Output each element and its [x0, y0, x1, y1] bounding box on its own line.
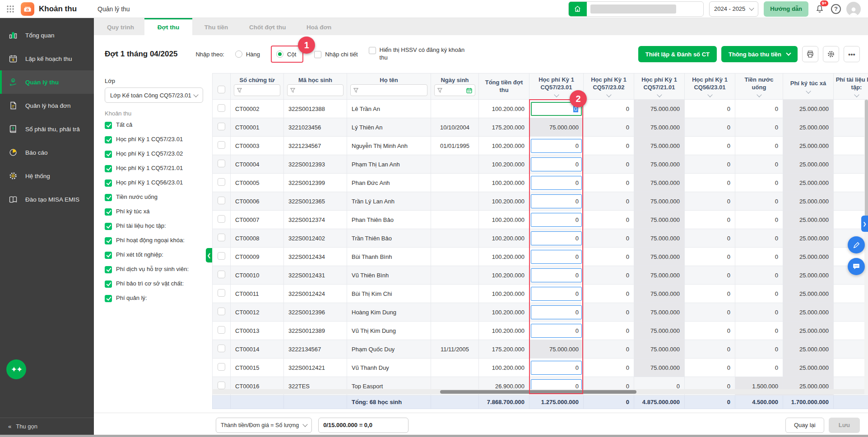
sidebar-item-so-phai-thu-phai-tra[interactable]: $Sổ phải thu, phải trả: [0, 117, 94, 141]
filter-so-chung-tu[interactable]: [234, 84, 280, 96]
filter-ngay-sinh[interactable]: [434, 84, 475, 96]
sidebar-item-lap-ke-hoach-thu[interactable]: $Lập kế hoạch thu: [0, 47, 94, 70]
more-options-button[interactable]: •••: [844, 46, 860, 62]
row-checkbox[interactable]: [218, 123, 225, 130]
header-tien-nuoc[interactable]: Tiền nước uống: [735, 74, 783, 100]
hoc-phi-1-input[interactable]: 0: [531, 139, 582, 153]
fee-filter-checkbox-10[interactable]: Phí dịch vụ hỗ trợ sinh viên:: [105, 262, 203, 276]
row-checkbox[interactable]: [218, 308, 225, 315]
sidebar-item-tong-quan[interactable]: Tổng quan: [0, 23, 94, 47]
header-hoc-phi-4[interactable]: Học phí Kỳ 1 CQ56/23.01: [685, 74, 735, 100]
hoc-phi-1-input[interactable]: 0: [531, 268, 582, 282]
side-panel-expand-handle[interactable]: ❯: [861, 216, 868, 232]
row-checkbox[interactable]: [218, 382, 225, 389]
header-ky-tuc-xa[interactable]: Phí ký túc xá: [783, 74, 834, 100]
whats-new-button[interactable]: ✦✦: [6, 359, 26, 379]
cell-ngay-sinh: [431, 174, 479, 192]
hoc-phi-1-input[interactable]: 0: [531, 213, 582, 227]
row-checkbox[interactable]: [218, 234, 225, 241]
row-checkbox[interactable]: [218, 271, 225, 278]
filter-ho-ten[interactable]: [350, 84, 427, 96]
user-avatar[interactable]: [846, 2, 861, 16]
fee-filter-checkbox-5[interactable]: Tiền nước uống: [105, 190, 203, 204]
formula-mode-select[interactable]: Thành tiền/Đơn giá = Số lượng: [216, 418, 312, 433]
top-menu-quan-ly-thu[interactable]: Quản lý thu: [97, 5, 130, 13]
sidebar-item-he-thong[interactable]: Hệ thống: [0, 164, 94, 188]
hoc-phi-1-input[interactable]: 0: [531, 176, 582, 190]
header-tai-lieu[interactable]: Phí tài liệu học tập:: [834, 74, 868, 100]
vertical-scrollbar-thumb[interactable]: [865, 100, 868, 218]
fee-filter-checkbox-12[interactable]: Phí quản lý:: [105, 291, 203, 305]
help-icon[interactable]: ?: [831, 4, 841, 14]
select-all-checkbox[interactable]: [218, 86, 225, 93]
fee-filter-checkbox-7[interactable]: Phí tài liệu học tập:: [105, 219, 203, 233]
radio-row[interactable]: Hàng: [235, 51, 260, 58]
fee-filter-checkbox-11[interactable]: Phí bảo trì cơ sở vật chất:: [105, 276, 203, 291]
cell-ma-hoc-sinh: 3221023456: [284, 118, 347, 137]
print-button[interactable]: [802, 46, 818, 62]
row-checkbox[interactable]: [218, 215, 225, 223]
row-checkbox[interactable]: [218, 326, 225, 334]
hoc-phi-1-input[interactable]: 0: [531, 250, 582, 264]
formula-value-field[interactable]: 0/15.000.000 = 0,0: [318, 418, 408, 433]
tab-quy-trinh[interactable]: Quy trình: [97, 18, 144, 35]
fee-filter-checkbox-0[interactable]: Tất cả: [105, 118, 203, 132]
horizontal-scrollbar-thumb[interactable]: [440, 390, 636, 394]
class-select[interactable]: Lớp Kế toán Công CQ57/23.01: [105, 87, 203, 103]
payment-notice-button[interactable]: Thông báo thu tiền: [721, 46, 798, 62]
hoc-phi-1-input[interactable]: 0: [531, 194, 582, 208]
school-year-select[interactable]: 2024 - 2025: [709, 1, 758, 17]
fee-filter-checkbox-9[interactable]: Phí xét tốt nghiệp:: [105, 248, 203, 262]
tab-hoa-don[interactable]: Hoá đơn: [295, 18, 343, 35]
filter-collapse-handle[interactable]: ❮: [206, 248, 212, 262]
hoc-phi-1-input[interactable]: 0: [531, 157, 582, 171]
fee-filter-checkbox-8[interactable]: Phí hoạt động ngoại khóa:: [105, 233, 203, 248]
checkbox-detail[interactable]: Nhập chi tiết: [314, 51, 357, 58]
hoc-phi-1-input[interactable]: 0: [531, 324, 582, 338]
row-checkbox[interactable]: [218, 289, 225, 297]
save-button[interactable]: Lưu: [829, 418, 860, 433]
header-hoc-phi-3[interactable]: Học phí Kỳ 1 CQ57/21.01: [634, 74, 685, 100]
back-button[interactable]: Quay lại: [785, 418, 824, 433]
row-checkbox[interactable]: [218, 363, 225, 371]
setup-numbering-button[interactable]: Thiết lập & Đánh số CT: [638, 46, 717, 62]
hoc-phi-1-input[interactable]: 0: [531, 231, 582, 245]
fee-filter-checkbox-2[interactable]: Học phí Kỳ 1 CQ57/23.02: [105, 147, 203, 161]
sidebar-item-bao-cao[interactable]: Báo cáo: [0, 141, 94, 164]
hoc-phi-1-input[interactable]: 0: [531, 361, 582, 375]
school-name-field[interactable]: [587, 2, 703, 16]
hoc-phi-1-input[interactable]: 0: [531, 287, 582, 301]
guide-button[interactable]: Hướng dẫn: [764, 1, 808, 17]
tab-chot-dot-thu[interactable]: Chốt đợt thu: [240, 18, 295, 35]
header-hoc-phi-2[interactable]: Học phí Kỳ 1 CQ57/23.02: [584, 74, 634, 100]
fee-filter-checkbox-1[interactable]: Học phí Kỳ 1 CQ57/23.01: [105, 132, 203, 147]
row-checkbox[interactable]: [218, 197, 225, 204]
row-checkbox[interactable]: [218, 141, 225, 149]
sidebar-collapse-button[interactable]: « Thu gọn: [0, 418, 94, 435]
home-button[interactable]: [569, 2, 587, 16]
row-checkbox[interactable]: [218, 345, 225, 352]
sidebar-item-quan-ly-hoa-don[interactable]: Quản lý hóa đơn: [0, 94, 94, 117]
chat-support-button[interactable]: [848, 258, 865, 275]
notifications-bell-icon[interactable]: 9+: [814, 3, 826, 15]
checkbox-registered-only[interactable]: Hiển thị HSSV có đăng ký khoản thu: [369, 46, 467, 62]
row-checkbox[interactable]: [218, 160, 225, 167]
radio-column[interactable]: Cột: [276, 51, 296, 58]
feedback-button[interactable]: [848, 236, 865, 253]
sidebar-item-label: Hệ thống: [25, 173, 50, 179]
sidebar-item-quan-ly-thu[interactable]: $Quản lý thu: [0, 70, 94, 94]
filter-ma-hoc-sinh[interactable]: [287, 84, 343, 96]
checkbox-icon: [314, 51, 321, 58]
fee-filter-checkbox-6[interactable]: Phí ký túc xá: [105, 204, 203, 219]
app-grid-menu-icon[interactable]: [5, 4, 15, 14]
row-checkbox[interactable]: [218, 104, 225, 112]
hoc-phi-1-input[interactable]: 0: [531, 305, 582, 319]
fee-filter-checkbox-3[interactable]: Học phí Kỳ 1 CQ57/21.01: [105, 161, 203, 175]
row-checkbox[interactable]: [218, 252, 225, 260]
fee-filter-checkbox-4[interactable]: Học phí Kỳ 1 CQ56/23.01: [105, 175, 203, 190]
tab-thu-tien[interactable]: Thu tiền: [192, 18, 240, 35]
sidebar-item-dao-tao-misa-emis[interactable]: Đào tạo MISA EMIS: [0, 188, 94, 211]
tab-dot-thu[interactable]: Đợt thu: [144, 18, 192, 35]
row-checkbox[interactable]: [218, 178, 225, 186]
table-settings-button[interactable]: [823, 46, 839, 62]
